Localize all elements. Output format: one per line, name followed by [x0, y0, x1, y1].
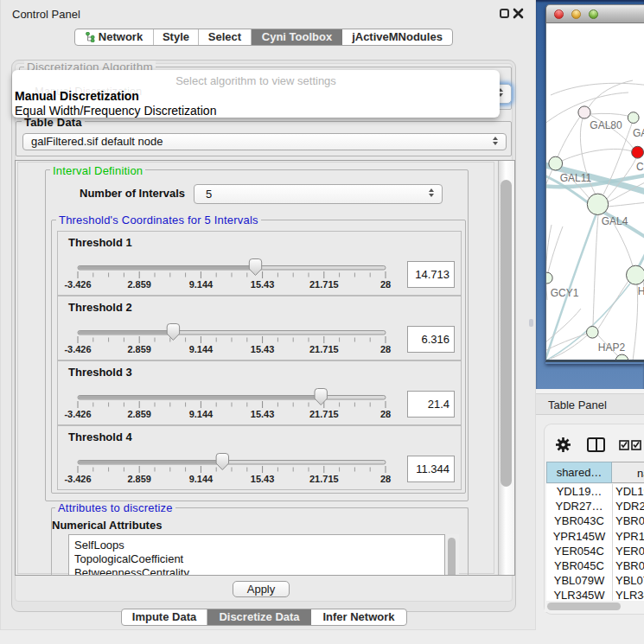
svg-text:GCY1: GCY1 [551, 287, 579, 299]
svg-text:GAL80: GAL80 [590, 119, 622, 131]
svg-text:GAL4: GAL4 [602, 215, 628, 227]
svg-text:GA: GA [633, 127, 644, 139]
svg-text:HAP2: HAP2 [598, 341, 626, 354]
svg-text:H…: H… [638, 285, 644, 297]
svg-text:GAL11: GAL11 [560, 172, 592, 184]
svg-text:C: C [636, 161, 644, 173]
